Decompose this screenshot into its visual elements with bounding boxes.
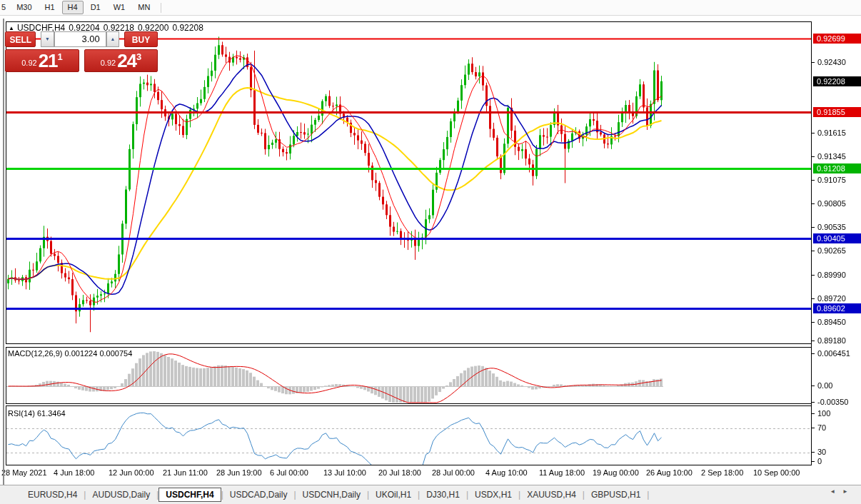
ask-pipette: 3 <box>136 52 141 61</box>
time-axis-label: 28 Jun 19:00 <box>216 468 262 477</box>
chart-tab-usdcnh[interactable]: USDCNH,Daily <box>296 488 367 502</box>
price-axis-badge: 0.91855 <box>813 107 861 117</box>
macd-label: MACD(12,26,9) 0.001224 0.000754 <box>8 349 132 358</box>
ohlc-close: 0.92208 <box>172 23 203 33</box>
ask-price-display[interactable]: 0.92243 <box>84 49 158 72</box>
time-axis-label: 28 Jul 00:00 <box>432 468 475 477</box>
lot-increase-button[interactable]: ▲ <box>106 31 119 47</box>
macd-axis-tick: -0.00350 <box>817 398 848 406</box>
time-axis-label: 28 May 2021 <box>1 468 47 477</box>
tab-scroll-left-icon[interactable]: ◄ <box>830 488 842 495</box>
up-triangle-icon[interactable]: ▲ <box>9 25 14 31</box>
rsi-label: RSI(14) 61.3464 <box>8 409 66 418</box>
time-axis-label: 2 Sep 18:00 <box>701 468 743 477</box>
price-axis-tick: 0.89720 <box>817 294 846 303</box>
time-axis-label: 13 Jul 10:00 <box>323 468 366 477</box>
price-axis-tick: 0.89180 <box>817 336 846 345</box>
time-axis-label: 19 Aug 00:00 <box>593 468 639 477</box>
time-axis-label: 11 Aug 18:00 <box>539 468 585 477</box>
chart-tab-bar: EURUSD,H4|AUDUSD,Daily|USDCHF,H4|USDCAD,… <box>0 485 861 504</box>
time-axis-label: 20 Jul 18:00 <box>378 468 421 477</box>
bid-price-display[interactable]: 0.92211 <box>5 49 79 72</box>
price-axis-tick: 0.91345 <box>817 152 846 161</box>
price-axis-badge: 0.92208 <box>813 76 861 86</box>
tab-separator: | <box>647 490 649 500</box>
lot-decrease-button[interactable]: ▼ <box>41 31 54 47</box>
lot-size-input[interactable]: 3.00 <box>54 31 106 47</box>
timeframe-button-w1[interactable]: W1 <box>108 1 131 14</box>
chart-tab-ukoil[interactable]: UKOil,H1 <box>369 488 418 502</box>
price-axis-badge: 0.92699 <box>813 34 861 44</box>
timeframe-button-5[interactable]: 5 <box>0 1 9 14</box>
rsi-axis-tick: 30 <box>817 448 826 456</box>
time-axis-label: 4 Jun 18:00 <box>54 468 95 477</box>
time-axis-label: 6 Jul 00:00 <box>270 468 308 477</box>
macd-axis-tick: 0.00 <box>817 381 832 390</box>
tab-scroll-arrows: ◄► <box>830 488 855 495</box>
tab-scroll-right-icon[interactable]: ► <box>842 488 855 495</box>
bid-prefix: 0.92 <box>21 56 36 70</box>
timeframe-button-mn[interactable]: MN <box>132 1 156 14</box>
time-axis-label: 10 Sep 00:00 <box>753 468 800 477</box>
time-axis-label: 4 Aug 10:00 <box>485 468 528 477</box>
timeframe-button-h4[interactable]: H4 <box>62 1 84 14</box>
timeframe-button-m30[interactable]: M30 <box>11 1 37 14</box>
chart-tab-audusd[interactable]: AUDUSD,Daily <box>86 488 156 502</box>
ask-prefix: 0.92 <box>101 56 116 70</box>
rsi-axis-tick: 70 <box>817 423 826 432</box>
price-axis-badge: 0.91208 <box>813 163 861 173</box>
toolbar-separator <box>161 3 161 13</box>
chart-tab-usdcad[interactable]: USDCAD,Daily <box>223 488 294 502</box>
chart-tab-dj30[interactable]: DJ30,H1 <box>420 488 466 502</box>
rsi-axis-tick: 100 <box>817 409 830 418</box>
timeframe-button-d1[interactable]: D1 <box>85 1 106 14</box>
price-axis-tick: 0.90805 <box>817 199 846 208</box>
buy-button[interactable]: BUY <box>124 31 158 47</box>
timeframe-toolbar: 5M30H1H4D1W1MN <box>0 0 861 16</box>
price-axis-badge: 0.89602 <box>813 303 861 313</box>
bid-big-digits: 21 <box>39 51 58 70</box>
timeframe-button-h1[interactable]: H1 <box>39 1 61 14</box>
rsi-axis-tick: 0 <box>817 457 822 465</box>
price-axis-tick: 0.91615 <box>817 128 846 137</box>
bid-pipette: 1 <box>58 52 63 61</box>
chart-tab-eurusd[interactable]: EURUSD,H4 <box>21 488 84 502</box>
time-axis-label: 21 Jun 11:00 <box>163 468 208 477</box>
one-click-trading-panel: SELL ▼ 3.00 ▲ BUY 0.92211 0.92243 <box>5 31 158 72</box>
ask-big-digits: 24 <box>117 51 136 70</box>
time-axis-label: 12 Jun 00:00 <box>109 468 154 477</box>
price-axis-tick: 0.89990 <box>817 271 846 279</box>
price-axis-tick: 0.90535 <box>817 223 846 231</box>
price-axis-tick: 0.92430 <box>817 58 846 66</box>
price-axis-tick: 0.89450 <box>817 318 846 326</box>
price-axis-tick: 0.91075 <box>817 176 846 184</box>
price-axis-badge: 0.90405 <box>813 233 861 243</box>
price-chart-canvas[interactable] <box>0 0 861 504</box>
chart-tab-xauusd[interactable]: XAUUSD,H4 <box>520 488 583 502</box>
time-axis-label: 26 Aug 10:00 <box>646 468 693 477</box>
macd-axis-tick: 0.006451 <box>817 349 850 358</box>
price-axis-tick: 0.90265 <box>817 246 846 255</box>
window-left-border <box>3 19 4 501</box>
chart-tab-gbpusd[interactable]: GBPUSD,H1 <box>585 488 647 502</box>
chart-tab-usdx[interactable]: USDX,H1 <box>468 488 518 502</box>
sell-button[interactable]: SELL <box>5 31 36 47</box>
spin-up-icon: ▲ <box>110 36 115 41</box>
mt4-window: 5M30H1H4D1W1MN ▲USDCHF,H40.922040.922180… <box>0 0 861 504</box>
chart-tab-usdchf[interactable]: USDCHF,H4 <box>158 488 221 502</box>
spin-down-icon: ▼ <box>45 36 50 41</box>
